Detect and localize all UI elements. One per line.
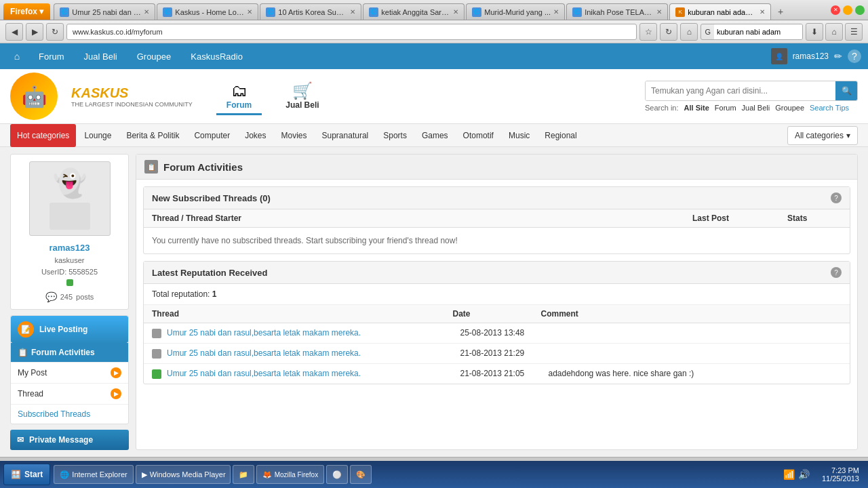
browser-tab-4[interactable]: 🌐 Murid-Murid yang ... ✕ bbox=[466, 3, 565, 20]
search-box[interactable]: 🔍 bbox=[645, 81, 858, 101]
tab-close-6[interactable]: ✕ bbox=[760, 8, 765, 16]
nav-radio[interactable]: KaskusRadio bbox=[182, 43, 251, 69]
cat-computer[interactable]: Computer bbox=[187, 124, 237, 147]
taskbar-item-chrome[interactable]: ⚪ bbox=[326, 465, 348, 484]
cat-sports[interactable]: Sports bbox=[376, 124, 414, 147]
sidebar-role: kaskuser bbox=[54, 256, 84, 264]
firefox-button[interactable]: Firefox ▾ bbox=[3, 3, 50, 20]
site-logo[interactable]: KASKUS THE LARGEST INDONESIAN COMMUNITY bbox=[71, 85, 193, 108]
address-bar[interactable] bbox=[66, 24, 637, 40]
tab-close-0[interactable]: ✕ bbox=[144, 8, 149, 16]
taskbar-items: 🌐 Internet Explorer ▶ Windows Media Play… bbox=[54, 465, 776, 484]
cat-music[interactable]: Music bbox=[502, 124, 536, 147]
nav-extra-buttons: ⬇ ⌂ ☰ bbox=[806, 23, 863, 41]
sidebar-username[interactable]: ramas123 bbox=[50, 243, 90, 253]
back-button[interactable]: ◀ bbox=[5, 23, 23, 41]
nav-icon-forum[interactable]: 🗂 Forum bbox=[216, 78, 262, 115]
home-button-2[interactable]: ⌂ bbox=[825, 23, 843, 41]
search-opt-groupee[interactable]: Groupee bbox=[775, 104, 804, 112]
rep-row-0: Umur 25 nabi dan rasul,besarta letak mak… bbox=[144, 323, 850, 344]
taskbar-item-wmp[interactable]: ▶ Windows Media Player bbox=[136, 465, 231, 484]
window-minimize-button[interactable] bbox=[843, 5, 852, 15]
rep-date-0: 25-08-2013 13:48 bbox=[460, 328, 549, 338]
reload-button[interactable]: ↻ bbox=[46, 23, 64, 41]
cat-berita[interactable]: Berita & Politik bbox=[119, 124, 186, 147]
nav-jualbeli-label: Jual Beli bbox=[285, 100, 319, 110]
nav-icon-jualbeli[interactable]: 🛒 Jual Beli bbox=[275, 78, 329, 115]
help-icon[interactable]: ? bbox=[848, 49, 861, 63]
subscribed-table-header: Thread / Thread Starter Last Post Stats bbox=[144, 209, 850, 228]
rth-comment: Comment bbox=[541, 309, 842, 319]
tab-close-4[interactable]: ✕ bbox=[553, 8, 559, 16]
start-label: Start bbox=[24, 470, 43, 479]
cat-movies[interactable]: Movies bbox=[275, 124, 314, 147]
home-nav-icon[interactable]: ⌂ bbox=[7, 46, 27, 66]
reputation-help-icon[interactable]: ? bbox=[831, 267, 842, 278]
rep-thread-link-2[interactable]: Umur 25 nabi dan rasul,besarta letak mak… bbox=[167, 369, 460, 378]
my-post-item[interactable]: My Post ▶ bbox=[11, 362, 128, 383]
google-search-box[interactable]: G bbox=[701, 24, 803, 40]
tab-close-5[interactable]: ✕ bbox=[656, 8, 662, 16]
nav-jualbeli[interactable]: Jual Beli bbox=[76, 43, 125, 69]
taskbar-item-explorer[interactable]: 📁 bbox=[233, 465, 254, 484]
menu-button[interactable]: ☰ bbox=[845, 23, 863, 41]
cat-jokes[interactable]: Jokes bbox=[238, 124, 273, 147]
start-button[interactable]: 🪟 Start bbox=[3, 464, 50, 485]
taskbar-item-ie[interactable]: 🌐 Internet Explorer bbox=[54, 465, 133, 484]
taskbar-item-paint[interactable]: 🎨 bbox=[350, 465, 372, 484]
cat-games[interactable]: Games bbox=[415, 124, 455, 147]
posts-icon: 💬 bbox=[45, 291, 57, 302]
window-maximize-button[interactable] bbox=[855, 5, 865, 15]
search-input[interactable] bbox=[646, 81, 835, 100]
window-close-button[interactable]: ✕ bbox=[831, 5, 840, 15]
browser-tab-6[interactable]: K kuburan nabi adam ... ✕ bbox=[669, 3, 771, 20]
search-opt-allsite[interactable]: All Site bbox=[684, 104, 709, 112]
wmp-icon: ▶ bbox=[142, 470, 147, 479]
nav-forum-label: Forum bbox=[226, 100, 252, 110]
forward-button[interactable]: ▶ bbox=[26, 23, 43, 41]
rep-thread-link-1[interactable]: Umur 25 nabi dan rasul,besarta letak mak… bbox=[167, 348, 460, 358]
edit-icon[interactable]: ✏ bbox=[834, 51, 842, 62]
subscribed-threads-item[interactable]: Subscribed Threads bbox=[11, 404, 128, 424]
download-button[interactable]: ⬇ bbox=[806, 23, 823, 41]
live-posting-icon: 📝 bbox=[18, 321, 34, 338]
subscribed-help-icon[interactable]: ? bbox=[831, 192, 842, 203]
taskbar-item-firefox[interactable]: 🦊 Mozilla Firefox bbox=[256, 465, 324, 484]
browser-tab-0[interactable]: 🌐 Umur 25 nabi dan ra... ✕ bbox=[54, 3, 155, 20]
tab-close-3[interactable]: ✕ bbox=[453, 8, 458, 16]
search-button[interactable]: 🔍 bbox=[835, 81, 857, 100]
all-categories-button[interactable]: All categories ▾ bbox=[787, 126, 858, 145]
browser-tab-1[interactable]: 🌐 Kaskus - Home Login ✕ bbox=[157, 3, 258, 20]
cat-otomotif[interactable]: Otomotif bbox=[456, 124, 500, 147]
rep-thread-link-0[interactable]: Umur 25 nabi dan rasul,besarta letak mak… bbox=[167, 328, 460, 338]
fa-header: 📋 Forum Activities bbox=[136, 155, 857, 180]
explorer-icon: 📁 bbox=[239, 470, 248, 479]
search-opt-jualbeli[interactable]: Jual Beli bbox=[742, 104, 770, 112]
private-message-button[interactable]: ✉ Private Message bbox=[10, 430, 129, 450]
tab-close-2[interactable]: ✕ bbox=[350, 8, 355, 16]
clock-date: 11/25/2013 bbox=[822, 474, 859, 483]
new-tab-button[interactable]: + bbox=[772, 3, 789, 20]
nav-groupee[interactable]: Groupee bbox=[129, 43, 180, 69]
live-posting-button[interactable]: 📝 Live Posting bbox=[11, 316, 128, 343]
home-button[interactable]: ⌂ bbox=[680, 23, 698, 41]
browser-tab-2[interactable]: 🌐 10 Artis Korea Super... ✕ bbox=[260, 3, 361, 20]
nav-forum[interactable]: Forum bbox=[31, 43, 73, 69]
reload-button-2[interactable]: ↻ bbox=[660, 23, 677, 41]
cat-hot[interactable]: Hot categories bbox=[10, 124, 76, 147]
bookmark-button[interactable]: ☆ bbox=[639, 23, 657, 41]
forum-activities-item[interactable]: 📋 Forum Activities bbox=[11, 343, 128, 362]
site-logo-circle: 🤖 bbox=[10, 73, 58, 120]
cat-lounge[interactable]: Lounge bbox=[77, 124, 118, 147]
cat-supranatural[interactable]: Supranatural bbox=[315, 124, 376, 147]
tab-close-1[interactable]: ✕ bbox=[247, 8, 252, 16]
google-search-input[interactable] bbox=[714, 24, 802, 39]
rep-row-2: Umur 25 nabi dan rasul,besarta letak mak… bbox=[144, 364, 850, 384]
search-opt-forum[interactable]: Forum bbox=[715, 104, 736, 112]
browser-tab-3[interactable]: 🌐 ketiak Anggita Sari (... ✕ bbox=[363, 3, 465, 20]
my-thread-item[interactable]: Thread ▶ bbox=[11, 383, 128, 404]
browser-window: Firefox ▾ 🌐 Umur 25 nabi dan ra... ✕ 🌐 K… bbox=[0, 0, 868, 488]
browser-tab-5[interactable]: 🌐 Inikah Pose TELANJ... ✕ bbox=[566, 3, 668, 20]
search-tips-link[interactable]: Search Tips bbox=[810, 104, 849, 112]
cat-regional[interactable]: Regional bbox=[538, 124, 583, 147]
